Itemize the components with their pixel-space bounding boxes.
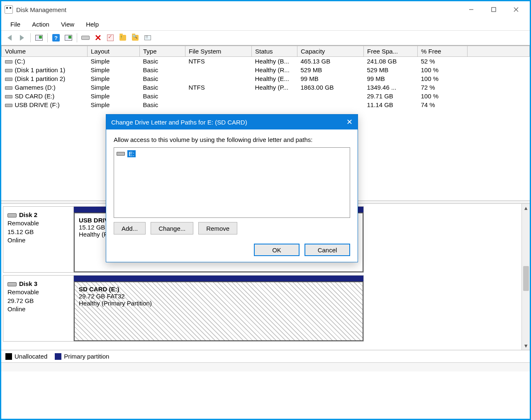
disk-icon: [81, 36, 90, 40]
scrollbar[interactable]: ▴ ▾: [521, 204, 530, 350]
disk-state: Online: [7, 305, 69, 313]
separator: [47, 33, 48, 42]
disk-label: Disk 2: [19, 211, 37, 218]
delete-button[interactable]: ✕: [92, 32, 104, 44]
col-volume[interactable]: Volume: [2, 46, 88, 57]
close-button[interactable]: [505, 2, 527, 17]
ok-button[interactable]: OK: [254, 244, 300, 256]
folder-up-icon: [119, 35, 126, 41]
help-icon: ?: [52, 34, 60, 42]
app-icon: [5, 5, 13, 14]
mark-active-button[interactable]: [105, 32, 116, 44]
swatch-unallocated: [5, 353, 12, 360]
table-row[interactable]: (Disk 1 partition 2)SimpleBasicHealthy (…: [2, 74, 530, 83]
rescan-disks-button[interactable]: [80, 32, 91, 44]
table-row[interactable]: USB DRIVE (F:)SimpleBasic11.14 GB74 %: [2, 100, 530, 109]
scroll-thumb[interactable]: [523, 266, 529, 291]
table-row[interactable]: (Disk 1 partition 1)SimpleBasicHealthy (…: [2, 66, 530, 74]
check-icon: [107, 34, 114, 41]
dialog-instruction: Allow access to this volume by using the…: [114, 136, 350, 143]
disk-icon: [7, 213, 17, 217]
search-button[interactable]: [129, 32, 141, 44]
col-capacity[interactable]: Capacity: [297, 46, 364, 57]
folder-search-icon: [132, 35, 139, 41]
volume-table: Volume Layout Type File System Status Ca…: [1, 46, 530, 109]
partition-block[interactable]: SD CARD (E:) 29.72 GB FAT32 Healthy (Pri…: [74, 281, 363, 341]
panel-icon: [35, 35, 43, 41]
dialog-titlebar[interactable]: Change Drive Letter and Paths for E: (SD…: [106, 115, 358, 129]
svg-rect-1: [492, 7, 496, 12]
disk-kind: Removable: [7, 219, 69, 227]
partition-size: 29.72 GB FAT32: [79, 293, 125, 300]
legend: Unallocated Primary partition: [1, 350, 530, 362]
partition-stripe: [74, 276, 363, 281]
change-button[interactable]: Change...: [151, 222, 193, 234]
dialog-title: Change Drive Letter and Paths for E: (SD…: [111, 119, 247, 126]
toolbar: ? ✕: [1, 30, 530, 45]
disk-label: Disk 3: [19, 280, 37, 287]
legend-unallocated: Unallocated: [15, 353, 47, 360]
drive-letter: E:: [127, 150, 136, 157]
col-status[interactable]: Status: [252, 46, 297, 57]
menubar: File Action View Help: [1, 18, 530, 30]
window-title: Disk Management: [16, 6, 66, 13]
drive-icon: [5, 69, 12, 72]
back-button[interactable]: [4, 32, 15, 44]
drive-icon: [5, 78, 12, 81]
col-layout[interactable]: Layout: [88, 46, 140, 57]
help-button[interactable]: ?: [50, 32, 62, 44]
disk-size: 15.12 GB: [7, 228, 69, 236]
menu-help[interactable]: Help: [80, 19, 105, 29]
properties-icon: [144, 35, 151, 40]
menu-view[interactable]: View: [55, 19, 80, 29]
remove-button[interactable]: Remove: [198, 222, 237, 234]
col-fs[interactable]: File System: [185, 46, 252, 57]
add-button[interactable]: Add...: [114, 222, 146, 234]
col-pct[interactable]: % Free: [418, 46, 468, 57]
disk-kind: Removable: [7, 288, 69, 296]
list-item[interactable]: E:: [117, 150, 347, 157]
disk-state: Online: [7, 236, 69, 244]
maximize-button[interactable]: [482, 2, 505, 17]
table-row[interactable]: SD CARD (E:)SimpleBasic29.71 GB100 %: [2, 92, 530, 100]
disk-size: 29.72 GB: [7, 297, 69, 305]
menu-action[interactable]: Action: [26, 19, 55, 29]
col-type[interactable]: Type: [140, 46, 185, 57]
x-icon: ✕: [95, 34, 102, 42]
partition-status: Healthy (Primary Partition): [79, 300, 152, 307]
drive-icon: [117, 152, 125, 156]
col-free[interactable]: Free Spa...: [364, 46, 418, 57]
arrow-left-icon: [7, 35, 12, 41]
dialog-close-button[interactable]: ✕: [341, 115, 358, 129]
swatch-primary: [55, 353, 61, 360]
explore-button[interactable]: [117, 32, 129, 44]
minimize-button[interactable]: [460, 2, 482, 17]
scroll-up-icon[interactable]: ▴: [522, 204, 530, 212]
refresh-icon: [65, 35, 72, 41]
table-row[interactable]: Gamemes (D:)SimpleBasicNTFSHealthy (P...…: [2, 83, 530, 92]
change-drive-letter-dialog: Change Drive Letter and Paths for E: (SD…: [106, 114, 358, 262]
partition-title: SD CARD (E:): [79, 286, 119, 293]
statusbar: [1, 362, 530, 371]
table-row[interactable]: (C:)SimpleBasicNTFSHealthy (B...465.13 G…: [2, 57, 530, 66]
arrow-right-icon: [20, 35, 24, 41]
drive-icon: [5, 86, 12, 90]
disk-icon: [7, 282, 17, 286]
drive-icon: [5, 95, 12, 98]
forward-button[interactable]: [16, 32, 28, 44]
legend-primary: Primary partition: [64, 353, 109, 360]
separator: [77, 33, 77, 42]
properties-button[interactable]: [142, 32, 153, 44]
drive-icon: [5, 60, 12, 63]
menu-file[interactable]: File: [5, 19, 26, 29]
refresh-button[interactable]: [63, 32, 74, 44]
separator: [30, 33, 31, 42]
cancel-button[interactable]: Cancel: [304, 244, 350, 256]
drive-icon: [5, 104, 12, 107]
show-hide-tree-button[interactable]: [33, 32, 45, 44]
scroll-down-icon[interactable]: ▾: [522, 342, 530, 350]
titlebar: Disk Management: [1, 1, 530, 18]
disk-row[interactable]: Disk 3 Removable 29.72 GB Online SD CARD…: [3, 275, 364, 342]
paths-listbox[interactable]: E:: [114, 147, 350, 218]
col-extra[interactable]: [468, 46, 530, 57]
